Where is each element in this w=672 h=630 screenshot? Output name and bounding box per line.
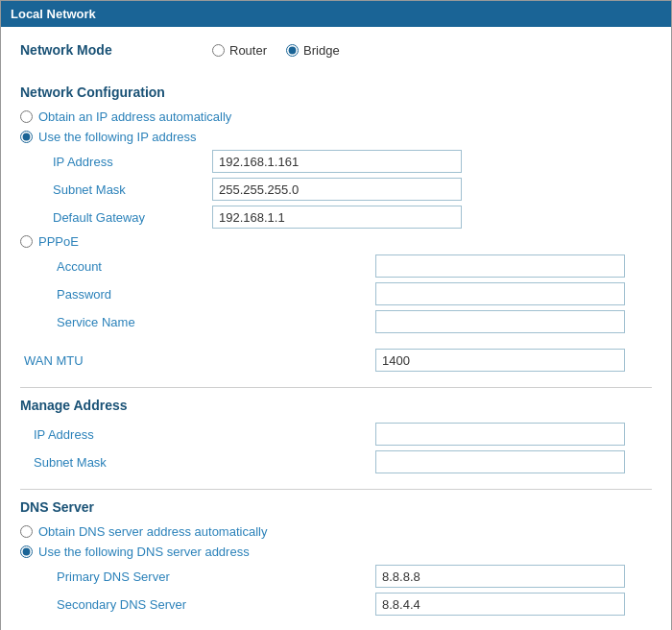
- manage-subnet-input[interactable]: [375, 450, 625, 473]
- pppoe-service-name-input[interactable]: [375, 310, 625, 333]
- ip-address-row: IP Address: [20, 150, 652, 173]
- secondary-dns-input[interactable]: [375, 593, 625, 616]
- manage-subnet-row: Subnet Mask: [20, 450, 652, 473]
- dns-server-section: DNS Server Obtain DNS server address aut…: [20, 499, 652, 616]
- ip-address-input[interactable]: [212, 150, 462, 173]
- obtain-auto-label: Obtain an IP address automatically: [38, 109, 231, 124]
- subnet-mask-input[interactable]: [212, 178, 462, 201]
- primary-dns-row: Primary DNS Server: [20, 565, 652, 588]
- default-gateway-input[interactable]: [212, 206, 462, 229]
- bridge-radio[interactable]: [286, 44, 299, 57]
- separator-2: [20, 489, 652, 490]
- manage-ip-row: IP Address: [20, 423, 652, 446]
- router-option[interactable]: Router: [212, 43, 267, 58]
- dns-use-following-radio[interactable]: [20, 545, 33, 558]
- service-name-label: Service Name: [20, 315, 375, 329]
- use-following-row[interactable]: Use the following IP address: [20, 130, 652, 144]
- dns-use-following-label: Use the following DNS server address: [38, 545, 250, 559]
- bridge-label: Bridge: [303, 43, 340, 58]
- pppoe-row[interactable]: PPPoE: [20, 234, 652, 249]
- password-row: Password: [20, 282, 652, 305]
- content-area: Network Mode Router Bridge Network Confi…: [1, 27, 671, 630]
- network-mode-radio-group: Router Bridge: [212, 43, 340, 58]
- dns-server-title: DNS Server: [20, 499, 652, 515]
- dns-obtain-auto-radio[interactable]: [20, 525, 33, 538]
- pppoe-account-input[interactable]: [375, 254, 625, 278]
- primary-dns-label: Primary DNS Server: [20, 569, 375, 584]
- wan-mtu-label: WAN MTU: [20, 353, 375, 368]
- secondary-dns-label: Secondary DNS Server: [20, 597, 375, 612]
- default-gateway-row: Default Gateway: [20, 206, 652, 229]
- network-config-title: Network Configuration: [20, 85, 652, 100]
- subnet-mask-row: Subnet Mask: [20, 178, 652, 201]
- password-label: Password: [20, 287, 375, 302]
- manage-ip-label: IP Address: [20, 427, 375, 442]
- subnet-mask-label: Subnet Mask: [39, 182, 212, 197]
- account-label: Account: [20, 259, 375, 274]
- use-following-label: Use the following IP address: [38, 130, 197, 144]
- wan-mtu-input[interactable]: [375, 349, 625, 372]
- dns-obtain-auto-row[interactable]: Obtain DNS server address automatically: [20, 524, 652, 539]
- account-row: Account: [20, 254, 652, 278]
- service-name-row: Service Name: [20, 310, 652, 333]
- router-label: Router: [229, 43, 267, 58]
- router-radio[interactable]: [212, 44, 225, 57]
- dns-use-following-row[interactable]: Use the following DNS server address: [20, 545, 652, 559]
- use-following-radio[interactable]: [20, 131, 33, 143]
- pppoe-label: PPPoE: [38, 234, 79, 249]
- bridge-option[interactable]: Bridge: [286, 43, 340, 58]
- title-bar-label: Local Network: [11, 7, 96, 21]
- obtain-auto-row[interactable]: Obtain an IP address automatically: [20, 109, 652, 124]
- pppoe-radio[interactable]: [20, 235, 33, 248]
- local-network-window: Local Network Network Mode Router Bridge…: [0, 0, 672, 630]
- obtain-auto-radio[interactable]: [20, 110, 33, 123]
- secondary-dns-row: Secondary DNS Server: [20, 593, 652, 616]
- default-gateway-label: Default Gateway: [39, 210, 212, 225]
- manage-subnet-label: Subnet Mask: [20, 455, 375, 470]
- network-configuration-section: Network Configuration Obtain an IP addre…: [20, 85, 652, 333]
- manage-ip-input[interactable]: [375, 423, 625, 446]
- ip-address-label: IP Address: [39, 155, 212, 169]
- title-bar: Local Network: [1, 1, 671, 27]
- primary-dns-input[interactable]: [375, 565, 625, 588]
- manage-address-section: Manage Address IP Address Subnet Mask: [20, 398, 652, 473]
- network-mode-row: Network Mode Router Bridge: [20, 42, 652, 67]
- pppoe-password-input[interactable]: [375, 282, 625, 305]
- separator-1: [20, 387, 652, 388]
- dns-obtain-auto-label: Obtain DNS server address automatically: [38, 524, 267, 539]
- wan-mtu-row: WAN MTU: [20, 349, 652, 372]
- manage-address-title: Manage Address: [20, 398, 652, 413]
- network-mode-label: Network Mode: [20, 42, 212, 58]
